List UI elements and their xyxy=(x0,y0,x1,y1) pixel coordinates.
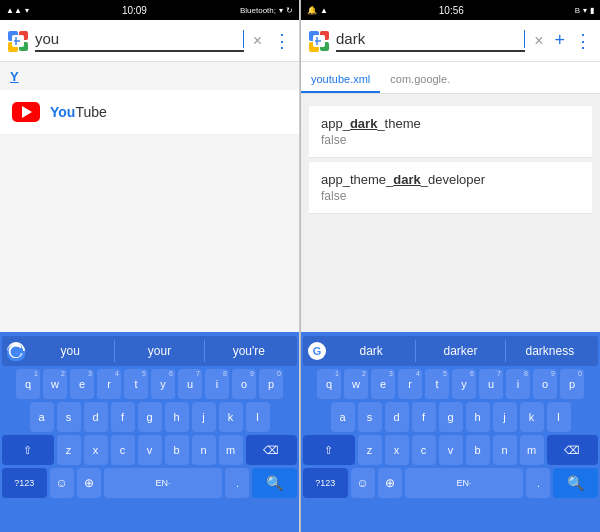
suggestion-item-youtube[interactable]: YouTube xyxy=(0,90,299,135)
right-key-e[interactable]: e3 xyxy=(371,369,395,399)
right-key-num[interactable]: ?123 xyxy=(303,468,348,498)
left-key-d[interactable]: d xyxy=(84,402,108,432)
left-clear-button[interactable]: × xyxy=(249,32,266,50)
left-key-f[interactable]: f xyxy=(111,402,135,432)
right-key-c[interactable]: c xyxy=(412,435,436,465)
right-key-f[interactable]: f xyxy=(412,402,436,432)
right-menu-button[interactable]: ⋮ xyxy=(572,30,594,52)
right-alarm-icon: 🔔 xyxy=(307,6,317,15)
left-key-w[interactable]: w2 xyxy=(43,369,67,399)
right-time: 10:56 xyxy=(439,5,464,16)
tab-youtube-xml[interactable]: youtube.xml xyxy=(301,73,380,93)
right-key-p[interactable]: p0 xyxy=(560,369,584,399)
left-key-q[interactable]: q1 xyxy=(16,369,40,399)
right-search-input-wrap[interactable]: dark xyxy=(336,30,525,52)
left-key-j[interactable]: j xyxy=(192,402,216,432)
right-key-emoji[interactable]: ☺ xyxy=(351,468,375,498)
result-card-0[interactable]: app_dark_theme false xyxy=(309,106,592,158)
left-key-o[interactable]: o9 xyxy=(232,369,256,399)
result-highlight-0: dark xyxy=(350,116,377,131)
left-key-a[interactable]: a xyxy=(30,402,54,432)
left-status-left: ▲▲ ▾ xyxy=(6,6,29,15)
right-key-o[interactable]: o9 xyxy=(533,369,557,399)
right-key-globe[interactable]: ⊕ xyxy=(378,468,402,498)
left-key-n[interactable]: n xyxy=(192,435,216,465)
left-key-shift[interactable]: ⇧ xyxy=(2,435,54,465)
left-key-k[interactable]: k xyxy=(219,402,243,432)
left-key-r[interactable]: r4 xyxy=(97,369,121,399)
left-key-h[interactable]: h xyxy=(165,402,189,432)
left-key-period[interactable]: . xyxy=(225,468,249,498)
left-kbsugg-1[interactable]: your xyxy=(115,340,204,362)
right-key-k[interactable]: k xyxy=(520,402,544,432)
right-key-l[interactable]: l xyxy=(547,402,571,432)
right-key-y[interactable]: y6 xyxy=(452,369,476,399)
left-key-globe[interactable]: ⊕ xyxy=(77,468,101,498)
right-key-search[interactable]: 🔍 xyxy=(553,468,598,498)
left-key-s[interactable]: s xyxy=(57,402,81,432)
right-key-g[interactable]: g xyxy=(439,402,463,432)
right-cursor xyxy=(524,30,525,48)
left-key-num[interactable]: ?123 xyxy=(2,468,47,498)
right-status-bar: 🔔 ▲ 10:56 B ▾ ▮ xyxy=(301,0,600,20)
left-menu-button[interactable]: ⋮ xyxy=(271,30,293,52)
left-key-y[interactable]: y6 xyxy=(151,369,175,399)
left-key-x[interactable]: x xyxy=(84,435,108,465)
left-key-g[interactable]: g xyxy=(138,402,162,432)
right-key-period[interactable]: . xyxy=(526,468,550,498)
left-key-e[interactable]: e3 xyxy=(70,369,94,399)
right-key-v[interactable]: v xyxy=(439,435,463,465)
left-key-p[interactable]: p0 xyxy=(259,369,283,399)
left-key-v[interactable]: v xyxy=(138,435,162,465)
right-key-h[interactable]: h xyxy=(466,402,490,432)
right-key-space[interactable]: EN· xyxy=(405,468,524,498)
right-plus-button[interactable]: + xyxy=(552,30,567,51)
right-key-t[interactable]: t5 xyxy=(425,369,449,399)
right-key-s[interactable]: s xyxy=(358,402,382,432)
left-key-l[interactable]: l xyxy=(246,402,270,432)
right-kbsugg-2[interactable]: darkness xyxy=(506,340,594,362)
left-key-u[interactable]: u7 xyxy=(178,369,202,399)
left-kbsugg-0[interactable]: you xyxy=(26,340,115,362)
right-key-j[interactable]: j xyxy=(493,402,517,432)
right-key-delete[interactable]: ⌫ xyxy=(547,435,599,465)
right-key-u[interactable]: u7 xyxy=(479,369,503,399)
result-card-1[interactable]: app_theme_dark_developer false xyxy=(309,162,592,214)
left-key-i[interactable]: i8 xyxy=(205,369,229,399)
right-battery-icon: ▮ xyxy=(590,6,594,15)
tab-com-google[interactable]: com.google. xyxy=(380,73,460,93)
right-status-right: B ▾ ▮ xyxy=(575,6,594,15)
left-search-input-wrap[interactable]: you xyxy=(35,30,244,52)
right-key-w[interactable]: w2 xyxy=(344,369,368,399)
left-key-c[interactable]: c xyxy=(111,435,135,465)
left-key-delete[interactable]: ⌫ xyxy=(246,435,298,465)
right-key-shift[interactable]: ⇧ xyxy=(303,435,355,465)
right-kbsugg-0[interactable]: dark xyxy=(327,340,416,362)
right-key-n[interactable]: n xyxy=(493,435,517,465)
right-key-z[interactable]: z xyxy=(358,435,382,465)
left-key-z[interactable]: z xyxy=(57,435,81,465)
right-key-i[interactable]: i8 xyxy=(506,369,530,399)
left-key-emoji[interactable]: ☺ xyxy=(50,468,74,498)
left-kb-row4: ?123 ☺ ⊕ EN· . 🔍 xyxy=(2,468,297,498)
left-status-bar: ▲▲ ▾ 10:09 Bluetooth; ▾ ↻ xyxy=(0,0,299,20)
svg-text:G: G xyxy=(313,345,322,357)
right-key-d[interactable]: d xyxy=(385,402,409,432)
right-key-x[interactable]: x xyxy=(385,435,409,465)
left-key-m[interactable]: m xyxy=(219,435,243,465)
left-key-t[interactable]: t5 xyxy=(124,369,148,399)
left-kbsugg-2[interactable]: you're xyxy=(205,340,293,362)
right-key-a[interactable]: a xyxy=(331,402,355,432)
right-clear-button[interactable]: × xyxy=(530,32,547,50)
right-key-b[interactable]: b xyxy=(466,435,490,465)
right-search-text: dark xyxy=(336,30,523,47)
right-kbsugg-1[interactable]: darker xyxy=(416,340,505,362)
left-key-search[interactable]: 🔍 xyxy=(252,468,297,498)
right-key-q[interactable]: q1 xyxy=(317,369,341,399)
right-signal-icon: ▲ xyxy=(320,6,328,15)
right-key-r[interactable]: r4 xyxy=(398,369,422,399)
right-key-m[interactable]: m xyxy=(520,435,544,465)
left-key-space[interactable]: EN· xyxy=(104,468,223,498)
left-key-b[interactable]: b xyxy=(165,435,189,465)
gboard-logo-right xyxy=(307,29,331,53)
